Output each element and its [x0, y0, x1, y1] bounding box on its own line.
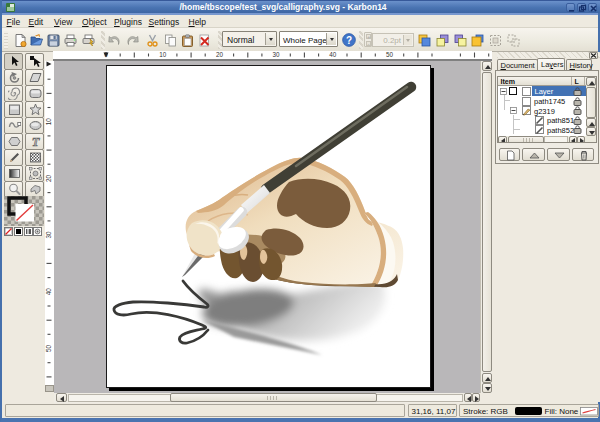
svg-text:30: 30 — [273, 51, 281, 58]
svg-text:50: 50 — [45, 345, 52, 353]
svg-text:T: T — [31, 135, 40, 148]
svg-text:10: 10 — [159, 51, 167, 58]
svg-text:20: 20 — [45, 174, 52, 182]
svg-text:50: 50 — [386, 51, 394, 58]
svg-text:20: 20 — [216, 51, 224, 58]
svg-text:40: 40 — [329, 51, 337, 58]
svg-text:30: 30 — [45, 231, 52, 239]
svg-text:40: 40 — [45, 288, 52, 296]
svg-text:?: ? — [345, 35, 351, 46]
svg-text:10: 10 — [45, 118, 52, 126]
